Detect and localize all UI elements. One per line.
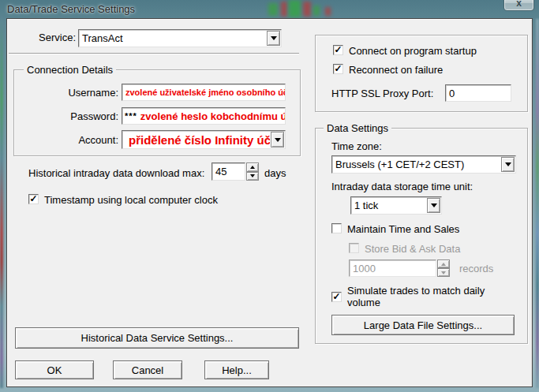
account-combobox[interactable]: přidělené číslo Infinity účtu bbox=[122, 130, 286, 149]
connection-details-group: Connection Details Username: zvolené uži… bbox=[13, 69, 301, 156]
reconnect-checkbox[interactable]: ✓ bbox=[333, 64, 343, 74]
historical-max-label: Historical intraday data download max: bbox=[28, 167, 204, 179]
storage-unit-label: Intraday data storage time unit: bbox=[331, 181, 473, 192]
storage-unit-combobox[interactable]: 1 tick bbox=[350, 196, 442, 215]
records-unit-label: records bbox=[459, 263, 493, 274]
proxy-port-input[interactable]: 0 bbox=[445, 84, 511, 102]
storage-unit-value: 1 tick bbox=[351, 197, 426, 214]
store-bid-ask-label: Store Bid & Ask Data bbox=[365, 243, 460, 255]
spinner-down-icon bbox=[437, 268, 450, 277]
reconnect-label[interactable]: Reconnect on failure bbox=[349, 64, 443, 76]
close-button[interactable]: x bbox=[503, 0, 534, 11]
username-input[interactable]: zvolené uživatelské jméno osobního účtu bbox=[122, 84, 286, 101]
separator-line bbox=[9, 53, 299, 54]
username-label: Username: bbox=[62, 87, 118, 99]
desktop-edge-left bbox=[0, 19, 3, 388]
service-combobox[interactable]: TransAct bbox=[78, 29, 282, 47]
password-value: zvolené heslo kobchodnímu účtu bbox=[137, 110, 286, 122]
connect-startup-label[interactable]: Connect on program startup bbox=[349, 45, 477, 57]
password-label: Password: bbox=[62, 110, 118, 122]
spinner-up-icon bbox=[437, 259, 450, 268]
spinner-down-icon[interactable] bbox=[246, 172, 259, 181]
dialog-client-area: Service: TransAct Connection Details Use… bbox=[6, 18, 533, 387]
historical-days-value: 45 bbox=[212, 166, 226, 177]
simulate-row: ✓ Simulate trades to match daily volume bbox=[331, 285, 510, 308]
close-icon: x bbox=[516, 0, 522, 9]
desktop-edge-right bbox=[536, 19, 539, 388]
proxy-port-value: 0 bbox=[446, 88, 455, 99]
spinner-up-icon[interactable] bbox=[246, 162, 259, 172]
account-label: Account: bbox=[62, 134, 118, 146]
timestamp-checkbox-row: ✓ Timestamp using local computer clock bbox=[28, 194, 218, 206]
data-settings-title: Data Settings bbox=[324, 122, 391, 134]
historical-days-spinner[interactable]: 45 bbox=[211, 162, 259, 181]
ok-button[interactable]: OK bbox=[15, 360, 94, 379]
cancel-button[interactable]: Cancel bbox=[113, 360, 182, 379]
connect-options-group: ✓ Connect on program startup ✓ Reconnect… bbox=[315, 35, 528, 112]
simulate-checkbox[interactable]: ✓ bbox=[331, 292, 342, 302]
maintain-ts-checkbox[interactable] bbox=[331, 223, 342, 233]
service-label: Service: bbox=[28, 32, 76, 43]
timestamp-checkbox[interactable]: ✓ bbox=[28, 194, 39, 204]
large-data-file-settings-button[interactable]: Large Data File Settings... bbox=[331, 315, 515, 335]
records-value: 1000 bbox=[350, 263, 376, 274]
connection-details-title: Connection Details bbox=[24, 64, 116, 76]
connect-startup-checkbox[interactable]: ✓ bbox=[333, 45, 343, 55]
password-mask: *** bbox=[122, 111, 137, 121]
days-unit-label: days bbox=[264, 167, 286, 179]
simulate-label[interactable]: Simulate trades to match daily volume bbox=[347, 285, 510, 308]
chevron-down-icon[interactable] bbox=[427, 198, 440, 213]
titlebar[interactable]: Data/Trade Service Settings x bbox=[0, 0, 539, 18]
account-value: přidělené číslo Infinity účtu bbox=[122, 131, 270, 148]
service-value: TransAct bbox=[79, 30, 266, 47]
chevron-down-icon[interactable] bbox=[271, 132, 284, 147]
proxy-port-label: HTTP SSL Proxy Port: bbox=[331, 88, 433, 99]
maintain-ts-label[interactable]: Maintain Time and Sales bbox=[347, 223, 459, 235]
records-spinner: 1000 bbox=[349, 259, 450, 277]
data-settings-group: Data Settings Time zone: Brussels (+1 CE… bbox=[315, 128, 528, 344]
username-value: zvolené uživatelské jméno osobního účtu bbox=[122, 88, 286, 97]
reconnect-row: ✓ Reconnect on failure bbox=[333, 64, 443, 76]
historical-data-service-settings-button[interactable]: Historical Data Service Settings... bbox=[15, 327, 299, 349]
help-button[interactable]: Help... bbox=[204, 360, 269, 379]
store-bid-ask-row: Store Bid & Ask Data bbox=[349, 243, 460, 255]
timezone-combobox[interactable]: Brussels (+1 CET/+2 CEST) bbox=[331, 155, 516, 174]
timestamp-checkbox-label[interactable]: Timestamp using local computer clock bbox=[44, 194, 218, 206]
connect-startup-row: ✓ Connect on program startup bbox=[333, 45, 477, 57]
window-title: Data/Trade Service Settings bbox=[7, 3, 135, 15]
chevron-down-icon[interactable] bbox=[501, 157, 515, 172]
timezone-label: Time zone: bbox=[331, 140, 382, 152]
chevron-down-icon[interactable] bbox=[267, 31, 280, 46]
maintain-ts-row: Maintain Time and Sales bbox=[331, 223, 459, 235]
store-bid-ask-checkbox[interactable] bbox=[349, 243, 359, 253]
window-frame: Data/Trade Service Settings x Service: T… bbox=[0, 0, 539, 392]
password-input[interactable]: *** zvolené heslo kobchodnímu účtu bbox=[122, 107, 286, 125]
timezone-value: Brussels (+1 CET/+2 CEST) bbox=[332, 156, 500, 173]
